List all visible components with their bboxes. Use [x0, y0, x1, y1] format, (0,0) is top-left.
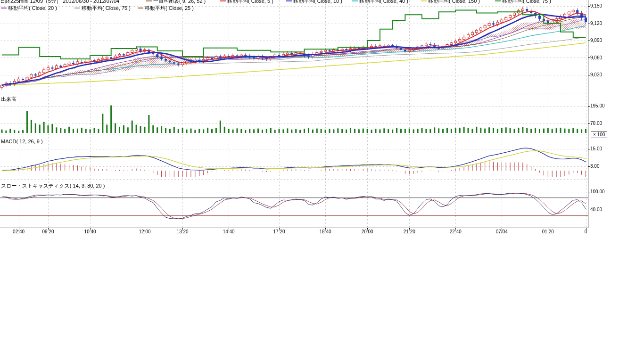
chart-application: 日経225mini 12/09（5分） 2012/06/30 - 2012/07… — [0, 0, 644, 362]
price-chart-canvas[interactable] — [0, 0, 644, 241]
